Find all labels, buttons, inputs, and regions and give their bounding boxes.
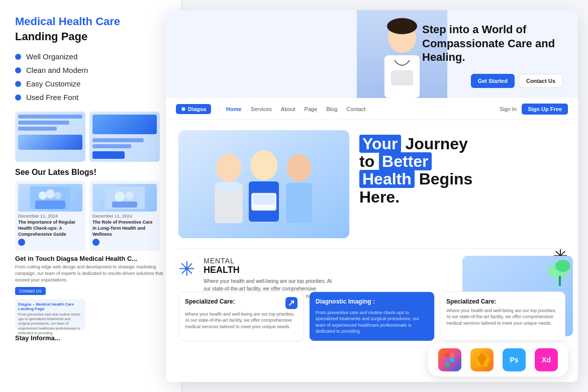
feature-item: Used Free Font <box>15 93 166 102</box>
svg-point-6 <box>115 191 125 202</box>
nav-link-blog[interactable]: Blog <box>326 106 337 112</box>
contact-title: Get in Touch Diagsa Medical Health C... <box>15 255 166 262</box>
hero-headline: Your Journey to Better Health Begins Her… <box>359 135 490 206</box>
hero-bg: Step into a World of Compassionate Care … <box>166 10 578 98</box>
svg-point-2 <box>46 189 55 199</box>
svg-rect-4 <box>35 201 65 209</box>
blog-section-title: See Our Lates Blogs! <box>15 168 166 177</box>
ps-label: Ps <box>510 356 518 364</box>
card-desc: Where your health and well-being are our… <box>185 311 298 330</box>
blog-card-text: The Importance of Regular Health Check-u… <box>18 220 82 237</box>
doctors-group-image <box>178 130 349 238</box>
card-diagnostic: Diagnostic Imaging : From preventive car… <box>309 291 435 341</box>
mental-health-label: MENTAL <box>204 257 498 265</box>
figma-icon <box>438 348 461 371</box>
thumb-image <box>18 135 82 150</box>
blog-card-text: The Role of Preventive Care in Long-Term… <box>92 220 157 237</box>
nav-link-page[interactable]: Page <box>305 106 318 112</box>
get-started-button[interactable]: Get Started <box>471 74 515 88</box>
card-label: Specialized Care: <box>185 298 235 305</box>
bullet-dot <box>15 54 21 60</box>
nav-link-about[interactable]: About <box>281 106 296 112</box>
nav-link-services[interactable]: Services <box>251 106 272 112</box>
tools-bar: Ps Xd <box>428 343 568 376</box>
doctors-thumbnail-2 <box>105 186 145 209</box>
bottom-thumb-text: From preventive care and routine check-u… <box>18 312 82 335</box>
nav-auth: Sign In Sign Up Free <box>500 104 568 115</box>
svg-rect-48 <box>445 362 450 367</box>
photoshop-icon: Ps <box>503 348 526 371</box>
bullet-dot <box>15 81 21 87</box>
bullet-dot <box>15 94 21 101</box>
card-arrow-icon[interactable] <box>285 297 298 309</box>
sign-in-button[interactable]: Sign In <box>500 106 517 112</box>
svg-point-20 <box>250 150 277 180</box>
blog-cards: December 11, 2024 The Importance of Regu… <box>15 181 166 251</box>
svg-rect-8 <box>112 202 137 208</box>
svg-rect-46 <box>450 353 454 357</box>
contact-button[interactable]: Contact Us <box>15 287 46 295</box>
svg-point-3 <box>54 192 61 199</box>
preview-thumbs <box>15 112 166 162</box>
blog-card-date: December 11, 2024 <box>92 214 157 219</box>
contact-us-button[interactable]: Contact Us <box>519 74 563 88</box>
svg-point-11 <box>387 18 417 34</box>
stay-inform-text: Stay Informa... <box>15 334 166 342</box>
content-grid: Your Journey to Better Health Begins Her… <box>178 130 565 248</box>
blog-card-image <box>18 184 82 212</box>
thumb-1 <box>15 112 85 162</box>
logo-icon <box>181 107 186 112</box>
doctors-group-svg <box>178 130 349 238</box>
blog-card: December 11, 2024 The Importance of Regu… <box>15 181 85 251</box>
card-label: Diagnostic Imaging : <box>316 298 375 305</box>
svg-point-17 <box>216 154 241 182</box>
blog-card-image <box>92 184 157 212</box>
xd-icon: Xd <box>535 348 558 371</box>
blog-section: See Our Lates Blogs! December 11, 2024 T… <box>15 168 166 251</box>
hero-heading: Step into a World of Compassionate Care … <box>422 23 563 64</box>
highlight-better: Better <box>379 152 431 170</box>
nav-link-home[interactable]: Home <box>226 106 242 112</box>
mental-health-bold: HEALTH <box>204 265 498 275</box>
svg-rect-19 <box>218 182 240 192</box>
svg-rect-23 <box>286 183 312 223</box>
svg-rect-25 <box>253 194 275 205</box>
thumb-2 <box>89 112 160 162</box>
contact-subtitle: From cutting edge web design and develop… <box>15 264 166 283</box>
card-specialized-2: Specialized Care: Where your health and … <box>440 291 565 341</box>
card-label: Specialized Care: <box>446 298 559 305</box>
nav-logo[interactable]: Diagsa <box>176 104 211 114</box>
sketch-logo <box>473 351 491 369</box>
title-dark: Landing Page <box>15 30 166 43</box>
figma-logo <box>444 353 455 367</box>
hero-text-right: Your Journey to Better Health Begins Her… <box>359 130 490 211</box>
feature-item: Easy Customize <box>15 79 166 88</box>
bottom-thumbnail: Diagsa – Medical Health Care Landing Pag… <box>15 299 85 329</box>
bullet-dot <box>15 67 21 73</box>
sign-up-free-button[interactable]: Sign Up Free <box>522 104 568 115</box>
highlight-your: Your <box>359 135 401 153</box>
thumb-bar <box>92 144 131 148</box>
blog-card-avatar <box>18 239 25 246</box>
nav-link-contact[interactable]: Contact <box>346 106 365 112</box>
svg-point-15 <box>182 108 184 110</box>
card-specialized: Specialized Care: Where your health and … <box>178 291 304 341</box>
thumb-bar <box>18 121 69 125</box>
hero-top-section: Step into a World of Compassionate Care … <box>166 10 578 98</box>
nav-links: Home Services About Page Blog Contact <box>226 106 500 112</box>
left-panel: Medical Health Care Landing Page Well Or… <box>0 0 181 392</box>
arrow-icon <box>288 300 295 306</box>
thumb-image <box>92 115 157 134</box>
doctors-thumbnail <box>30 186 70 209</box>
thumb-bar <box>18 127 57 131</box>
card-desc: Where your health and well-being are our… <box>446 308 559 327</box>
svg-rect-13 <box>391 70 413 85</box>
svg-point-7 <box>126 191 134 200</box>
cards-row: Specialized Care: Where your health and … <box>178 291 565 341</box>
sketch-icon <box>470 348 494 371</box>
svg-point-43 <box>555 260 570 272</box>
thumb-bar <box>18 115 82 119</box>
nav-bar: Diagsa Home Services About Page Blog Con… <box>166 98 578 120</box>
contact-section: Get in Touch Diagsa Medical Health C... … <box>15 255 166 295</box>
main-content-area: Step into a World of Compassionate Care … <box>166 10 578 382</box>
